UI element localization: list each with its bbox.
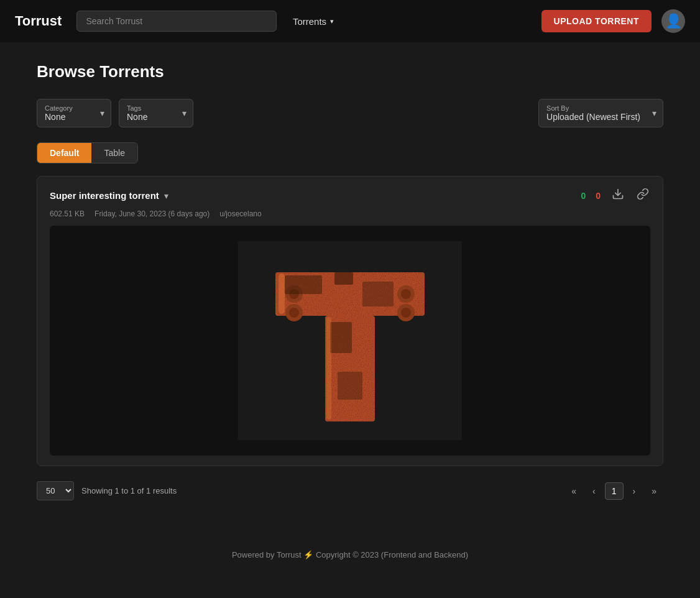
category-label: Category (45, 104, 88, 112)
table-view-button[interactable]: Table (91, 143, 137, 163)
seeders-count: 0 (581, 191, 586, 201)
page-1-button[interactable]: 1 (605, 482, 624, 500)
sort-chevron-icon: ▾ (652, 108, 656, 118)
torrent-card: Super interesting torrent ▾ 0 0 (37, 176, 663, 466)
download-button[interactable] (610, 186, 625, 205)
svg-rect-19 (326, 317, 331, 420)
filter-row: Category None ▾ Tags None ▾ Sort By Uplo… (37, 99, 663, 127)
user-avatar-button[interactable]: 👤 (661, 9, 685, 33)
pagination-row: 50 10 25 100 Showing 1 to 1 of 1 results… (37, 481, 663, 500)
svg-point-11 (401, 308, 411, 318)
torrust-preview-image (238, 241, 462, 440)
torrent-preview (50, 226, 650, 456)
svg-rect-15 (334, 272, 353, 285)
torrents-dropdown-button[interactable]: Torrents ▾ (287, 12, 340, 30)
chevron-down-icon: ▾ (330, 17, 334, 25)
category-value: None (45, 112, 88, 122)
category-chevron-icon: ▾ (100, 108, 104, 118)
category-filter[interactable]: Category None ▾ (37, 99, 111, 127)
expand-icon[interactable]: ▾ (164, 191, 168, 201)
svg-rect-16 (330, 322, 352, 353)
torrent-size: 602.51 KB (50, 209, 85, 218)
tags-filter[interactable]: Tags None ▾ (119, 99, 193, 127)
footer-text: Powered by Torrust ⚡ Copyright © 2023 (F… (232, 550, 468, 559)
tags-label: Tags (127, 104, 170, 112)
pagination-controls: « ‹ 1 › » (564, 482, 663, 500)
link-button[interactable] (635, 186, 650, 205)
user-icon: 👤 (665, 13, 682, 29)
tags-value: None (127, 112, 170, 122)
torrent-actions: 0 0 (581, 186, 650, 205)
svg-rect-14 (362, 282, 394, 306)
svg-rect-18 (279, 274, 285, 314)
sort-value: Uploaded (Newest First) (546, 112, 640, 122)
svg-point-7 (401, 289, 411, 299)
default-view-button[interactable]: Default (37, 143, 91, 163)
torrent-user: u/josecelano (219, 209, 261, 218)
header: Torrust Torrents ▾ UPLOAD TORRENT 👤 (0, 0, 700, 42)
prev-page-button[interactable]: ‹ (586, 482, 602, 500)
sort-filter[interactable]: Sort By Uploaded (Newest First) ▾ (538, 99, 663, 127)
torrent-meta: 602.51 KB Friday, June 30, 2023 (6 days … (50, 209, 650, 218)
first-page-button[interactable]: « (564, 482, 583, 500)
tags-chevron-icon: ▾ (182, 108, 187, 118)
leechers-count: 0 (596, 191, 601, 201)
last-page-button[interactable]: » (645, 482, 663, 500)
next-page-button[interactable]: › (626, 482, 643, 500)
svg-rect-13 (285, 275, 322, 294)
search-input[interactable] (76, 11, 277, 32)
torrent-preview-inner[interactable] (50, 226, 650, 456)
torrent-header: Super interesting torrent ▾ 0 0 (50, 186, 650, 205)
svg-rect-17 (338, 372, 362, 400)
torrent-list: Super interesting torrent ▾ 0 0 (37, 176, 663, 466)
footer: Powered by Torrust ⚡ Copyright © 2023 (F… (0, 538, 700, 572)
sort-label: Sort By (546, 104, 640, 112)
svg-point-9 (289, 308, 299, 318)
per-page-select[interactable]: 50 10 25 100 (37, 481, 74, 500)
showing-text: Showing 1 to 1 of 1 results (81, 486, 177, 495)
page-title: Browse Torrents (37, 62, 663, 81)
torrent-title: Super interesting torrent (50, 190, 159, 201)
view-toggle: Default Table (37, 142, 138, 163)
upload-torrent-button[interactable]: UPLOAD TORRENT (541, 10, 652, 32)
site-logo: Torrust (15, 13, 62, 29)
torrent-date: Friday, June 30, 2023 (6 days ago) (94, 209, 210, 218)
torrents-label: Torrents (293, 16, 326, 27)
main-content: Browse Torrents Category None ▾ Tags Non… (27, 42, 673, 525)
